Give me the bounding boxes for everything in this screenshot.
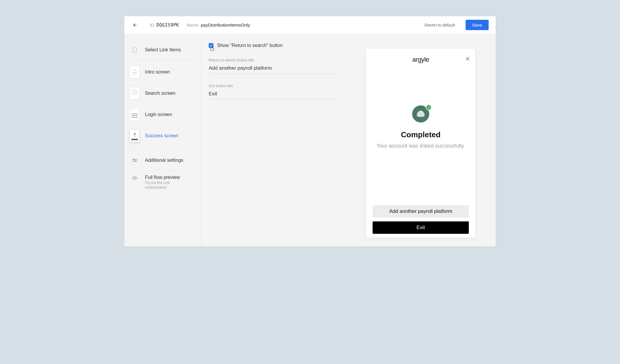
id-label: ID [150,22,154,27]
name-label: Name [187,22,198,27]
sidebar-item-label: Additional settings [145,158,183,163]
sliders-icon [130,154,140,166]
exit-title-input[interactable] [209,90,340,99]
main-body: Select Link Items Intro screen Sea [124,34,496,247]
svg-point-5 [135,161,136,162]
exit-title-label: Exit button title [209,84,340,88]
return-title-field: Return to search button title [209,58,340,74]
intro-thumbnail-icon [130,66,140,79]
sidebar-item-label: Select Link Items [145,47,181,53]
sidebar-item-label: Intro screen [145,69,170,75]
preview-header: argyle [373,55,469,64]
header-meta: ID DQGIS9PK Name payDistributionItemsOnl… [150,22,250,28]
svg-point-6 [134,177,135,179]
sidebar-item-preview[interactable]: Full flow preview Try out this Link cust… [128,172,197,193]
sidebar-item-label: Search screen [145,91,175,96]
app-frame: ID DQGIS9PK Name payDistributionItemsOnl… [124,16,496,247]
sidebar-item-label: Success screen [145,133,178,138]
revert-link[interactable]: Revert to default [425,23,455,27]
login-thumbnail-icon [130,108,140,121]
sidebar-item-label: Full flow preview [145,175,186,180]
preview-subtitle: Your account was linked successfully. [376,142,465,149]
preview-secondary-button[interactable]: Add another payroll platform [373,205,469,218]
preview-device: argyle Completed Your a [366,49,475,238]
success-badge [412,105,429,123]
name-value: payDistributionItemsOnly [201,22,250,27]
back-button[interactable] [131,22,138,29]
topbar: ID DQGIS9PK Name payDistributionItemsOnl… [124,16,496,34]
preview-primary-button[interactable]: Exit [373,221,469,234]
sidebar: Select Link Items Intro screen Sea [124,34,201,247]
list-icon [130,44,140,56]
preview-footer: Add another payroll platform Exit [373,205,469,238]
sidebar-item-search[interactable]: Search screen [128,83,197,104]
sidebar-item-additional[interactable]: Additional settings [128,151,197,169]
exit-title-field: Exit button title [209,84,340,99]
show-return-label: Show “Return to search” button [217,43,283,48]
check-icon [210,44,213,47]
sidebar-item-label: Login screen [145,112,172,117]
brand-logo: argyle [412,56,429,63]
show-return-checkbox-row[interactable]: Show “Return to search” button [209,43,338,48]
form-panel: Show “Return to search” button Return to… [201,34,346,247]
preview-body: Completed Your account was linked succes… [373,64,469,205]
sidebar-item-intro[interactable]: Intro screen [128,61,197,83]
preview-title: Completed [401,130,440,139]
search-thumbnail-icon [130,87,140,100]
return-title-input[interactable] [209,64,340,74]
sidebar-item-login[interactable]: Login screen [128,104,197,125]
eye-icon [130,175,140,181]
svg-point-3 [133,159,134,160]
preview-close-button[interactable] [465,56,470,62]
meta-id: ID DQGIS9PK [150,22,179,28]
sidebar-item-select-link[interactable]: Select Link Items [128,41,197,59]
return-title-label: Return to search button title [209,58,340,62]
sidebar-item-success[interactable]: Success screen [128,125,197,146]
close-icon [465,56,470,61]
show-return-checkbox[interactable] [209,43,213,48]
svg-rect-1 [133,47,136,53]
success-thumbnail-icon [130,129,140,142]
save-button[interactable]: Save [466,20,489,30]
checkmark-badge-icon [426,105,432,110]
arrow-left-icon [133,23,137,27]
sidebar-item-sublabel: Try out this Link customization [145,181,186,190]
id-value: DQGIS9PK [156,22,179,28]
preview-panel: argyle Completed Your a [346,34,496,247]
meta-name: Name payDistributionItemsOnly [187,22,250,27]
